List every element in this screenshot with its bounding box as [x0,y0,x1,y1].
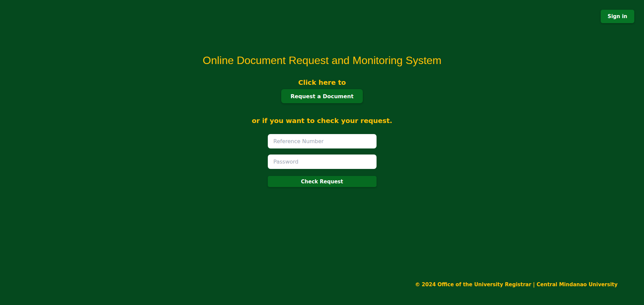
page-title: Online Document Request and Monitoring S… [203,54,441,66]
main-content: Online Document Request and Monitoring S… [0,0,644,187]
check-request-form: Check Request [268,134,377,187]
password-input[interactable] [268,155,377,169]
footer-copyright: © 2024 Office of the University Registra… [415,282,617,288]
cta-intro-text: Click here to [298,78,346,86]
reference-number-input[interactable] [268,134,377,148]
request-document-button[interactable]: Request a Document [281,89,363,103]
check-request-button[interactable]: Check Request [268,176,377,187]
check-request-intro-text: or if you want to check your request. [252,117,392,125]
